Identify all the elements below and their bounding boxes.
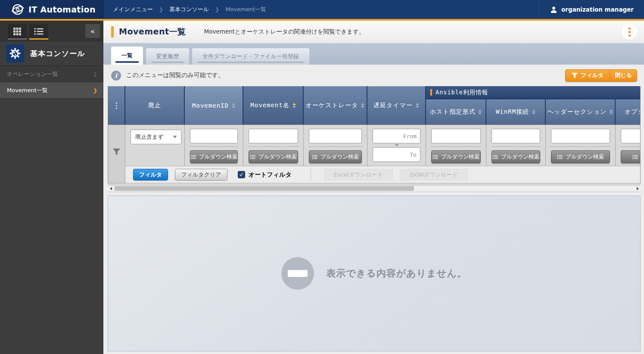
- filter-apply-button[interactable]: フィルタ: [133, 169, 168, 180]
- page-subtitle: Movementとオーケストレータの関連付けを閲覧できます。: [204, 28, 365, 36]
- sidebar-item-label: オペレーション一覧: [7, 70, 58, 78]
- filter-toggle-label: フィルタ: [581, 71, 604, 79]
- movement-name-filter-input[interactable]: [249, 129, 298, 143]
- user-menu[interactable]: organization manager: [539, 0, 644, 19]
- winrm-filter-input[interactable]: [492, 129, 540, 143]
- page-title: Movement一覧: [119, 26, 186, 37]
- list-icon: [432, 155, 438, 159]
- delay-timer-to-input[interactable]: [373, 147, 420, 162]
- horizontal-scrollbar[interactable]: [108, 185, 641, 192]
- sidebar-item-label: Movement一覧: [7, 87, 48, 94]
- list-icon: [312, 155, 317, 159]
- column-header-host-format[interactable]: ホスト指定形式: [426, 99, 486, 124]
- breadcrumb-item-basic-console[interactable]: 基本コンソール: [169, 6, 209, 13]
- filter-close-button[interactable]: 閉じる: [610, 70, 637, 81]
- host-format-filter-input[interactable]: [431, 129, 481, 143]
- sort-icon: [232, 103, 235, 108]
- sidebar-tab-grid-menu[interactable]: [8, 24, 27, 40]
- movement-table: 廃止 MovemenID Movement名 オーケストレータ: [108, 86, 641, 183]
- column-header-header-section[interactable]: ヘッダーセクション: [546, 99, 616, 124]
- filter-clear-button[interactable]: フィルタクリア: [175, 169, 227, 180]
- console-header: 基本コンソール: [0, 41, 103, 66]
- breadcrumb-item-movement-list: Movement一覧: [225, 6, 266, 13]
- filter-cell-orchestrator: プルダウン検索: [304, 125, 367, 166]
- winrm-pulldown-button[interactable]: プルダウン検索: [492, 150, 540, 163]
- column-header-winrm[interactable]: WinRM接続: [486, 99, 546, 124]
- user-name: organization manager: [561, 6, 634, 13]
- tab-label: 一覧: [121, 52, 133, 59]
- sidebar: 基本コンソール オペレーション一覧 Movement一覧: [0, 21, 103, 354]
- host-format-pulldown-button[interactable]: プルダウン検索: [431, 150, 481, 163]
- sort-icon: [610, 109, 613, 115]
- grid-icon: [13, 27, 22, 36]
- sort-icon: [361, 103, 364, 108]
- filter-cell-winrm: プルダウン検索: [486, 125, 546, 166]
- sidebar-collapse-button[interactable]: [85, 24, 100, 38]
- auto-filter-label: オートフィルタ: [249, 171, 292, 179]
- vertical-dots-icon: [116, 102, 117, 109]
- gear-icon: [6, 44, 24, 62]
- caret-down-icon: [373, 143, 420, 147]
- scroll-left-arrow[interactable]: [108, 185, 114, 192]
- scrollbar-thumb[interactable]: [115, 186, 414, 191]
- column-header-option[interactable]: オプシ: [616, 99, 640, 124]
- tab-bar: 一覧 変更履歴 全件ダウンロード・ファイル一括登録: [103, 43, 644, 65]
- sort-asc-icon: [292, 103, 296, 108]
- breadcrumb: メインメニュー 基本コンソール Movement一覧: [103, 6, 539, 13]
- filter-cell-discard: 廃止含まず: [125, 125, 185, 166]
- column-header-delay-timer[interactable]: 遅延タイマー: [367, 86, 426, 125]
- row-menu-column-header[interactable]: [108, 86, 125, 125]
- console-title: 基本コンソール: [30, 49, 85, 59]
- filter-toggle-group: フィルタ 閉じる: [565, 69, 637, 82]
- sidebar-menu: オペレーション一覧 Movement一覧: [0, 66, 103, 99]
- option-pulldown-button[interactable]: [621, 150, 640, 163]
- notice-text: このメニューは閲覧のみ可能です。: [126, 71, 224, 79]
- page-menu-button[interactable]: [622, 24, 637, 40]
- filter-cell-movement-id: プルダウン検索: [185, 125, 243, 166]
- auto-filter-checkbox[interactable]: [238, 171, 245, 178]
- tab-label: 変更履歴: [156, 53, 179, 60]
- orchestrator-pulldown-button[interactable]: プルダウン検索: [309, 150, 362, 163]
- discard-filter-select[interactable]: 廃止含まず: [131, 130, 181, 144]
- movement-id-pulldown-button[interactable]: プルダウン検索: [190, 150, 238, 163]
- sidebar-item-operation-list[interactable]: オペレーション一覧: [0, 66, 103, 82]
- filter-cell-option: [616, 125, 640, 166]
- tab-bulk-download-upload[interactable]: 全件ダウンロード・ファイル一括登録: [192, 48, 309, 65]
- app-title: IT Automation: [28, 5, 96, 14]
- scroll-right-arrow[interactable]: [635, 185, 641, 192]
- funnel-icon: [113, 149, 120, 155]
- sidebar-tab-list-menu[interactable]: [29, 24, 48, 40]
- movement-name-pulldown-button[interactable]: プルダウン検索: [249, 150, 298, 163]
- breadcrumb-item-main-menu[interactable]: メインメニュー: [113, 6, 153, 13]
- tab-change-history[interactable]: 変更履歴: [146, 48, 189, 65]
- filter-row-gutter: [108, 125, 125, 183]
- tab-label: 全件ダウンロード・ファイル一括登録: [202, 53, 299, 60]
- orchestrator-filter-input[interactable]: [309, 129, 362, 143]
- tab-list[interactable]: 一覧: [111, 47, 143, 65]
- sidebar-tabs: [0, 21, 103, 41]
- header-section-filter-input[interactable]: [551, 129, 610, 143]
- list-icon: [557, 155, 563, 159]
- filter-inputs-row: 廃止含まず プルダウン検索: [125, 125, 640, 166]
- sort-icon: [532, 109, 535, 115]
- notice-bar: このメニューは閲覧のみ可能です。 フィルタ 閉じる: [103, 65, 644, 86]
- filter-toggle-button[interactable]: フィルタ: [566, 70, 610, 81]
- main-content: Movement一覧 Movementとオーケストレータの関連付けを閲覧できます…: [103, 21, 644, 354]
- column-header-movement-name[interactable]: Movement名: [243, 86, 304, 125]
- sidebar-item-movement-list[interactable]: Movement一覧: [0, 82, 103, 99]
- column-header-movement-id[interactable]: MovemenID: [185, 86, 243, 125]
- filter-cell-delay-timer: [367, 125, 426, 166]
- delay-timer-from-input[interactable]: [373, 129, 420, 143]
- header-section-pulldown-button[interactable]: プルダウン検索: [551, 150, 610, 163]
- filter-cell-header-section: プルダウン検索: [546, 125, 616, 166]
- column-header-discard[interactable]: 廃止: [125, 86, 185, 125]
- app-logo[interactable]: IT Automation: [0, 0, 103, 19]
- sort-icon: [416, 103, 419, 108]
- filter-close-label: 閉じる: [615, 71, 632, 79]
- filter-cell-host-format: プルダウン検索: [426, 125, 486, 166]
- column-header-orchestrator[interactable]: オーケストレータ: [304, 86, 367, 125]
- list-icon: [34, 28, 44, 35]
- option-filter-input[interactable]: [621, 129, 640, 143]
- auto-filter-control: オートフィルタ: [238, 171, 292, 179]
- movement-id-filter-input[interactable]: [190, 129, 238, 143]
